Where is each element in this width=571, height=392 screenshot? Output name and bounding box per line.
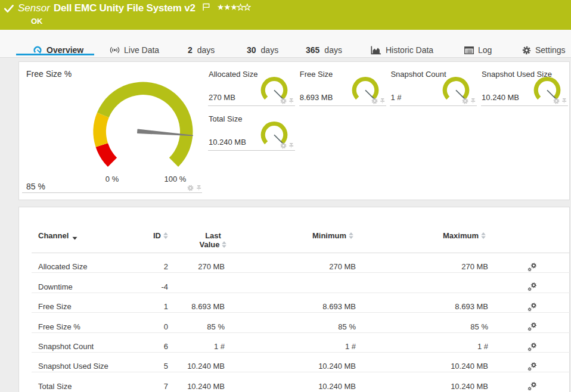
mini-gauge-cell: Snapshot Count 1 # <box>390 62 477 106</box>
tab-settings-label: Settings <box>535 45 566 55</box>
table-row[interactable]: Free Size 1 8.693 MB 8.693 MB 8.693 MB <box>32 293 570 313</box>
featured-gauge-label: Free Size % <box>26 69 72 79</box>
gauge-pin-icon[interactable] <box>288 143 294 149</box>
status-check-icon <box>4 5 14 15</box>
log-icon <box>464 46 474 54</box>
gauge-pin-icon[interactable] <box>470 98 476 104</box>
cell-id: 7 <box>145 382 168 391</box>
column-header-channel[interactable]: Channel <box>38 231 77 240</box>
cell-maximum: 270 MB <box>356 262 488 271</box>
tab-settings[interactable]: Settings <box>522 45 566 55</box>
cell-channel: Allocated Size <box>32 262 145 271</box>
cell-id: 1 <box>145 302 168 311</box>
tab-log[interactable]: Log <box>464 45 492 55</box>
cell-minimum: 8.693 MB <box>225 302 356 311</box>
cell-last-value: 85 % <box>168 322 225 331</box>
column-header-minimum-label: Minimum <box>312 231 346 240</box>
flag-icon[interactable] <box>203 2 210 13</box>
table-row[interactable]: Allocated Size 2 270 MB 270 MB 270 MB <box>32 253 570 273</box>
channel-settings-gears-icon[interactable] <box>527 381 537 391</box>
table-row[interactable]: Snapshot Count 6 1 # 1 # 1 # <box>32 333 570 353</box>
mini-gauge-value: 1 # <box>390 93 401 102</box>
gauge-settings-gear-icon[interactable] <box>462 98 468 104</box>
column-header-last-value[interactable]: Last Value <box>183 231 243 249</box>
cell-channel: Downtime <box>32 282 145 291</box>
tab-overview[interactable]: Overview <box>33 45 83 55</box>
sort-icon <box>349 232 353 241</box>
channel-settings-gears-icon[interactable] <box>527 282 537 291</box>
table-row[interactable]: Downtime -4 <box>32 273 570 293</box>
gauge-settings-gear-icon[interactable] <box>371 98 378 104</box>
gauge-pin-icon[interactable] <box>288 98 294 104</box>
cell-last-value: 1 # <box>168 342 225 351</box>
cell-channel: Snapshot Count <box>32 342 145 351</box>
tab-live-data-label: Live Data <box>124 45 159 55</box>
cell-minimum: 1 # <box>225 342 356 351</box>
sort-icon <box>481 232 486 241</box>
mini-gauge-label: Total Size <box>209 114 242 123</box>
channel-settings-gears-icon[interactable] <box>527 342 537 351</box>
cell-maximum: 8.693 MB <box>356 302 488 311</box>
cell-id: -4 <box>145 282 168 291</box>
gauge-settings-gear-icon[interactable] <box>280 142 287 149</box>
featured-gauge-cell: Free Size % 0 % 100 % 85 % <box>22 62 202 193</box>
cell-id: 5 <box>145 362 168 371</box>
cell-minimum: 10.240 MB <box>225 362 356 371</box>
column-header-maximum-label: Maximum <box>443 231 479 240</box>
featured-gauge <box>83 70 203 189</box>
sensor-title: Dell EMC Unity File System v2 <box>54 2 195 14</box>
tab-365-days-number: 365 <box>306 45 319 55</box>
channel-settings-gears-icon[interactable] <box>527 262 537 272</box>
gauge-pin-icon[interactable] <box>196 185 201 191</box>
cell-minimum: 10.240 MB <box>225 382 356 391</box>
tab-30-days[interactable]: 30 days <box>247 45 278 55</box>
tab-live-data[interactable]: Live Data <box>110 45 159 55</box>
channel-settings-gears-icon[interactable] <box>527 302 537 312</box>
mini-gauge-value: 270 MB <box>209 93 235 102</box>
gauge-settings-gear-icon[interactable] <box>553 98 560 104</box>
mini-gauge-cell: Free Size 8.693 MB <box>299 62 386 106</box>
table-row[interactable]: Free Size % 0 85 % 85 % 85 % <box>32 313 570 332</box>
mini-gauge-label: Free Size <box>300 70 333 79</box>
channels-table-panel: Channel ID Last Value Minimum <box>18 207 570 392</box>
gauge-settings-gear-icon[interactable] <box>280 98 287 104</box>
featured-gauge-value: 85 % <box>26 182 45 191</box>
cell-channel: Snapshot Used Size <box>32 362 145 371</box>
cell-channel: Total Size <box>32 382 145 391</box>
tab-2-days[interactable]: 2 days <box>188 45 215 55</box>
column-header-minimum[interactable]: Minimum <box>312 231 353 240</box>
tab-overview-label: Overview <box>46 45 83 55</box>
column-header-maximum[interactable]: Maximum <box>443 231 486 240</box>
mini-gauge-label: Allocated Size <box>209 70 257 79</box>
table-header-row: Channel ID Last Value Minimum <box>32 207 570 253</box>
table-body: Allocated Size 2 270 MB 270 MB 270 MB Do… <box>32 253 570 392</box>
cell-id: 2 <box>145 262 168 271</box>
gauge-pin-icon[interactable] <box>380 98 385 104</box>
tab-365-days[interactable]: 365 days <box>306 45 342 55</box>
cell-minimum: 270 MB <box>225 262 356 271</box>
tab-bar: Overview Live Data 2 days 30 days 365 da… <box>0 30 571 58</box>
priority-stars[interactable] <box>217 2 251 13</box>
column-header-id[interactable]: ID <box>153 231 168 240</box>
table-row[interactable]: Total Size 7 10.240 MB 10.240 MB 10.240 … <box>32 372 570 392</box>
tab-365-days-unit: days <box>324 45 342 55</box>
gauge-settings-gear-icon[interactable] <box>187 185 194 191</box>
cell-last-value: 10.240 MB <box>168 382 225 391</box>
cell-maximum: 85 % <box>356 322 488 331</box>
gauge-max-label: 100 % <box>160 175 191 183</box>
gauges-panel: Free Size % 0 % 100 % 85 % Allocated Siz… <box>18 61 570 200</box>
table-row[interactable]: Snapshot Used Size 5 10.240 MB 10.240 MB… <box>32 353 570 372</box>
gauge-min-label: 0 % <box>97 175 127 183</box>
column-header-channel-label: Channel <box>38 231 69 240</box>
gauge-pin-icon[interactable] <box>561 98 567 104</box>
column-header-last-label: Last <box>183 231 243 240</box>
channel-settings-gears-icon[interactable] <box>527 362 537 371</box>
gear-icon <box>522 46 531 55</box>
channel-settings-gears-icon[interactable] <box>527 322 537 331</box>
tab-2-days-number: 2 <box>188 45 193 55</box>
cell-channel: Free Size <box>32 302 145 311</box>
cell-maximum: 10.240 MB <box>356 362 488 371</box>
mini-gauge-value: 8.693 MB <box>300 93 333 102</box>
cell-minimum: 85 % <box>225 322 356 331</box>
tab-historic-data[interactable]: Historic Data <box>371 45 433 55</box>
